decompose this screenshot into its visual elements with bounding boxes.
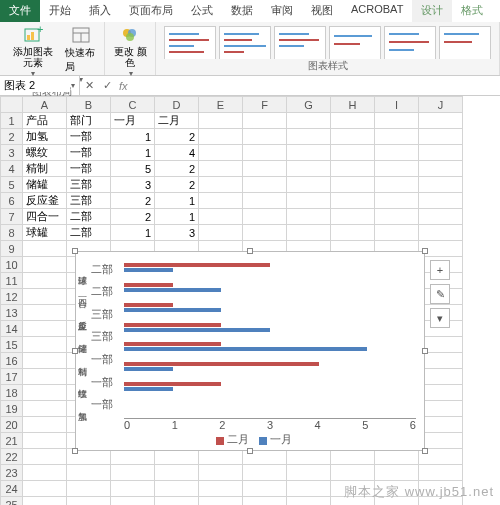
col-header[interactable]: G: [287, 97, 331, 113]
fx-icon[interactable]: fx: [116, 80, 131, 92]
row-header[interactable]: 14: [1, 321, 23, 337]
row-header[interactable]: 7: [1, 209, 23, 225]
row-header[interactable]: 9: [1, 241, 23, 257]
cell[interactable]: [111, 497, 155, 506]
cell[interactable]: [199, 497, 243, 506]
cell[interactable]: [287, 161, 331, 177]
cell[interactable]: 2: [155, 129, 199, 145]
cell[interactable]: [287, 209, 331, 225]
cell[interactable]: 二部: [67, 209, 111, 225]
fx-confirm-icon[interactable]: ✓: [98, 79, 116, 92]
cell[interactable]: [199, 465, 243, 481]
row-header[interactable]: 24: [1, 481, 23, 497]
cell[interactable]: [111, 465, 155, 481]
row-header[interactable]: 13: [1, 305, 23, 321]
cell[interactable]: [243, 177, 287, 193]
cell[interactable]: 三部: [67, 177, 111, 193]
select-all[interactable]: [1, 97, 23, 113]
cell[interactable]: [419, 177, 463, 193]
cell[interactable]: [23, 321, 67, 337]
col-header[interactable]: H: [331, 97, 375, 113]
tab-data[interactable]: 数据: [222, 0, 262, 22]
row-header[interactable]: 21: [1, 433, 23, 449]
cell[interactable]: [375, 497, 419, 506]
cell[interactable]: [287, 497, 331, 506]
cell[interactable]: 二部: [67, 225, 111, 241]
cell[interactable]: [375, 161, 419, 177]
col-header[interactable]: F: [243, 97, 287, 113]
cell[interactable]: [419, 385, 463, 401]
cell[interactable]: 2: [155, 161, 199, 177]
cell[interactable]: [331, 161, 375, 177]
cell[interactable]: [375, 129, 419, 145]
dropdown-icon[interactable]: ▾: [71, 81, 75, 90]
row-header[interactable]: 10: [1, 257, 23, 273]
cell[interactable]: [199, 177, 243, 193]
chart-style-item[interactable]: [219, 26, 271, 59]
cell[interactable]: [375, 145, 419, 161]
cell[interactable]: [331, 225, 375, 241]
cell[interactable]: 三部: [67, 193, 111, 209]
col-header[interactable]: I: [375, 97, 419, 113]
row-header[interactable]: 12: [1, 289, 23, 305]
col-header[interactable]: C: [111, 97, 155, 113]
cell[interactable]: [419, 433, 463, 449]
cell[interactable]: 1: [111, 145, 155, 161]
cell[interactable]: [23, 401, 67, 417]
tab-file[interactable]: 文件: [0, 0, 40, 22]
cell[interactable]: [331, 465, 375, 481]
change-colors-button[interactable]: 更改 颜色▾: [111, 24, 149, 79]
cell[interactable]: [331, 497, 375, 506]
cell[interactable]: 2: [111, 209, 155, 225]
col-header[interactable]: B: [67, 97, 111, 113]
cell[interactable]: [331, 129, 375, 145]
cell[interactable]: 1: [155, 209, 199, 225]
cell[interactable]: [23, 257, 67, 273]
cell[interactable]: [23, 241, 67, 257]
embedded-chart[interactable]: 球罐二部四合一二部反应釜三部储罐三部精制一部螺纹一部加氢一部 0123456 二…: [75, 251, 425, 451]
cell[interactable]: [419, 161, 463, 177]
cell[interactable]: [287, 481, 331, 497]
cell[interactable]: [155, 497, 199, 506]
cell[interactable]: [23, 465, 67, 481]
cell[interactable]: [23, 337, 67, 353]
cell[interactable]: 球罐: [23, 225, 67, 241]
col-header[interactable]: E: [199, 97, 243, 113]
cell[interactable]: 加氢: [23, 129, 67, 145]
cell[interactable]: [331, 177, 375, 193]
cell[interactable]: [287, 113, 331, 129]
cell[interactable]: [23, 305, 67, 321]
cell[interactable]: [419, 193, 463, 209]
row-header[interactable]: 3: [1, 145, 23, 161]
cell[interactable]: 精制: [23, 161, 67, 177]
row-header[interactable]: 5: [1, 177, 23, 193]
name-box[interactable]: ▾: [0, 76, 80, 95]
cell[interactable]: [243, 113, 287, 129]
row-header[interactable]: 23: [1, 465, 23, 481]
cell[interactable]: [419, 129, 463, 145]
cell[interactable]: 反应釜: [23, 193, 67, 209]
row-header[interactable]: 16: [1, 353, 23, 369]
row-header[interactable]: 20: [1, 417, 23, 433]
row-header[interactable]: 18: [1, 385, 23, 401]
cell[interactable]: [419, 145, 463, 161]
cell[interactable]: [419, 113, 463, 129]
cell[interactable]: 二月: [155, 113, 199, 129]
cell[interactable]: [199, 161, 243, 177]
cell[interactable]: 3: [155, 225, 199, 241]
row-header[interactable]: 15: [1, 337, 23, 353]
tab-review[interactable]: 审阅: [262, 0, 302, 22]
tab-home[interactable]: 开始: [40, 0, 80, 22]
cell[interactable]: [67, 497, 111, 506]
cell[interactable]: 5: [111, 161, 155, 177]
row-header[interactable]: 17: [1, 369, 23, 385]
cell[interactable]: 产品: [23, 113, 67, 129]
cell[interactable]: [23, 353, 67, 369]
resize-handle[interactable]: [247, 448, 253, 454]
cell[interactable]: [287, 465, 331, 481]
cell[interactable]: 1: [155, 193, 199, 209]
cell[interactable]: [287, 129, 331, 145]
cell[interactable]: [287, 177, 331, 193]
cell[interactable]: [331, 145, 375, 161]
cell[interactable]: [419, 209, 463, 225]
